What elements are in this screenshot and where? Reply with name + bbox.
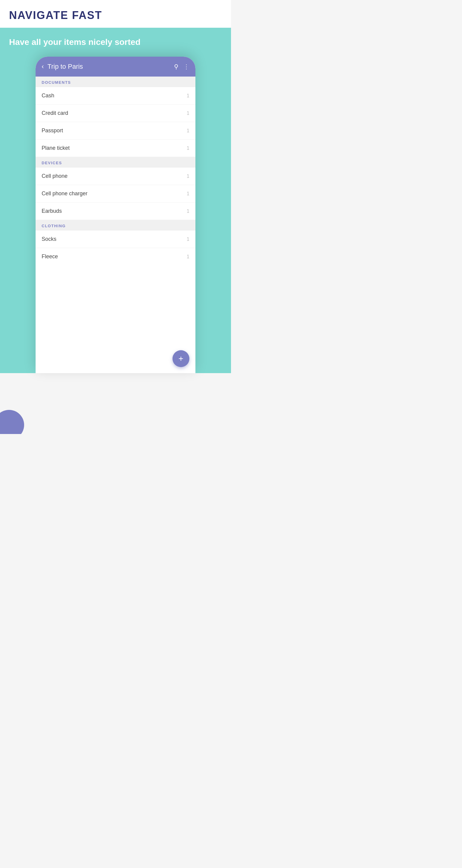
list-item[interactable]: Fleece1 bbox=[36, 248, 195, 265]
item-label: Plane ticket bbox=[41, 145, 70, 151]
item-label: Cash bbox=[41, 93, 54, 99]
list-item[interactable]: Socks1 bbox=[36, 230, 195, 248]
phone-mockup: ‹ Trip to Paris ⚲ ⋮ DOCUMENTSCash1Credit… bbox=[36, 57, 195, 373]
item-label: Cell phone charger bbox=[41, 190, 87, 197]
section-header-clothing: CLOTHING bbox=[36, 220, 195, 230]
app-title: Trip to Paris bbox=[47, 63, 83, 70]
list-item[interactable]: Passport1 bbox=[36, 122, 195, 140]
app-header: ‹ Trip to Paris ⚲ ⋮ bbox=[36, 57, 195, 76]
item-count: 1 bbox=[187, 254, 190, 259]
page-headline: NAVIGATE FAST bbox=[9, 9, 222, 22]
list-item[interactable]: Cash1 bbox=[36, 87, 195, 104]
app-header-right: ⚲ ⋮ bbox=[174, 63, 190, 70]
list-item[interactable]: Cell phone charger1 bbox=[36, 185, 195, 203]
phone-mockup-wrapper: ‹ Trip to Paris ⚲ ⋮ DOCUMENTSCash1Credit… bbox=[9, 57, 222, 373]
item-label: Credit card bbox=[41, 110, 68, 116]
item-count: 1 bbox=[187, 174, 190, 179]
purple-blob-decoration bbox=[0, 410, 24, 434]
item-count: 1 bbox=[187, 93, 190, 98]
list-item[interactable]: Credit card1 bbox=[36, 104, 195, 122]
list-content: DOCUMENTSCash1Credit card1Passport1Plane… bbox=[36, 76, 195, 265]
item-count: 1 bbox=[187, 111, 190, 116]
item-label: Socks bbox=[41, 236, 56, 242]
list-item[interactable]: Cell phone1 bbox=[36, 167, 195, 185]
search-icon[interactable]: ⚲ bbox=[174, 63, 178, 70]
section-header-devices: DEVICES bbox=[36, 157, 195, 167]
list-item[interactable]: Earbuds1 bbox=[36, 203, 195, 220]
app-header-left: ‹ Trip to Paris bbox=[41, 63, 83, 70]
back-button[interactable]: ‹ bbox=[41, 63, 44, 70]
item-count: 1 bbox=[187, 237, 190, 242]
item-count: 1 bbox=[187, 146, 190, 151]
page-content: NAVIGATE FAST Have all your items nicely… bbox=[0, 0, 231, 434]
more-menu-icon[interactable]: ⋮ bbox=[183, 63, 190, 70]
section-header-documents: DOCUMENTS bbox=[36, 76, 195, 87]
item-label: Cell phone bbox=[41, 173, 67, 179]
top-bar: NAVIGATE FAST bbox=[0, 0, 231, 28]
item-label: Fleece bbox=[41, 253, 58, 260]
item-count: 1 bbox=[187, 128, 190, 133]
page-subtitle: Have all your items nicely sorted bbox=[9, 37, 222, 48]
add-item-button[interactable]: + bbox=[173, 350, 190, 367]
item-label: Passport bbox=[41, 127, 63, 134]
list-item[interactable]: Plane ticket1 bbox=[36, 140, 195, 157]
item-count: 1 bbox=[187, 191, 190, 196]
item-label: Earbuds bbox=[41, 208, 62, 214]
teal-section: Have all your items nicely sorted ‹ Trip… bbox=[0, 28, 231, 373]
item-count: 1 bbox=[187, 209, 190, 214]
